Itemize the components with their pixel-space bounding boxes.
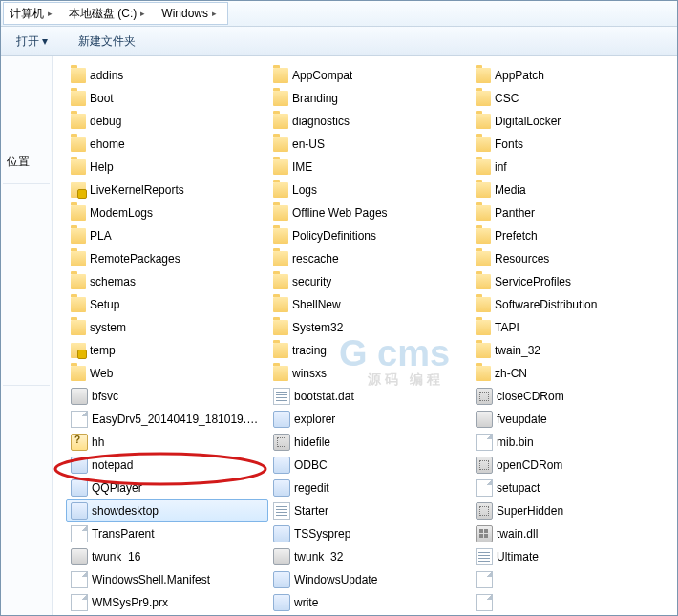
file-item[interactable]: twain.dll: [471, 522, 643, 545]
file-item[interactable]: inf: [471, 156, 643, 179]
folder-icon: [273, 343, 288, 358]
folder-icon: [273, 159, 288, 175]
file-item[interactable]: QQPlayer: [66, 477, 268, 499]
chevron-right-icon[interactable]: ▸: [208, 9, 221, 18]
nav-pane[interactable]: 位置: [1, 56, 53, 615]
file-item[interactable]: hidefile: [268, 431, 471, 454]
address-bar: 计算机▸ 本地磁盘 (C:)▸ Windows▸: [1, 1, 677, 27]
file-item[interactable]: WindowsUpdate: [268, 568, 471, 591]
breadcrumb-computer[interactable]: 计算机▸: [4, 3, 63, 24]
file-item[interactable]: twunk_32: [268, 545, 471, 568]
file-item[interactable]: showdesktop: [66, 499, 268, 522]
file-label: openCDRom: [497, 458, 562, 472]
file-item[interactable]: system: [66, 316, 268, 339]
nav-item-recent[interactable]: 位置: [1, 150, 52, 174]
file-item[interactable]: EasyDrv5_20140419_181019.ed5l...: [66, 408, 268, 431]
file-item[interactable]: ehome: [66, 133, 268, 156]
file-icon: [71, 571, 88, 588]
file-label: temp: [90, 344, 116, 357]
chevron-right-icon[interactable]: ▸: [137, 9, 149, 18]
bat-icon: [476, 457, 493, 474]
file-item[interactable]: twunk_16: [66, 545, 268, 568]
file-item[interactable]: IME: [268, 156, 471, 179]
file-label: addins: [90, 69, 123, 82]
file-item[interactable]: [471, 568, 643, 591]
file-item[interactable]: ODBC: [268, 454, 471, 477]
file-item[interactable]: addins: [66, 64, 268, 87]
file-item[interactable]: notepad: [66, 454, 268, 477]
file-item[interactable]: ServiceProfiles: [471, 270, 643, 293]
file-item[interactable]: RemotePackages: [66, 247, 268, 270]
file-item[interactable]: LiveKernelReports: [66, 179, 268, 202]
file-item[interactable]: rescache: [268, 247, 471, 270]
file-item[interactable]: SuperHidden: [471, 499, 643, 522]
file-item[interactable]: fveupdate: [471, 408, 643, 431]
breadcrumb-label: 本地磁盘 (C:): [69, 6, 137, 22]
file-item[interactable]: CSC: [471, 87, 643, 110]
file-item[interactable]: temp: [66, 339, 268, 362]
file-item[interactable]: Ultimate: [471, 545, 643, 568]
file-item[interactable]: Boot: [66, 87, 268, 110]
file-item[interactable]: twain_32: [471, 339, 643, 362]
file-item[interactable]: PLA: [66, 224, 268, 247]
file-item[interactable]: TSSysprep: [268, 522, 471, 545]
file-item[interactable]: DigitalLocker: [471, 110, 643, 133]
open-button[interactable]: 打开 ▾: [11, 32, 53, 52]
breadcrumb-folder[interactable]: Windows▸: [156, 3, 227, 24]
file-item[interactable]: zh-CN: [471, 362, 643, 385]
file-item[interactable]: write: [268, 591, 471, 614]
file-item[interactable]: TransParent: [66, 522, 268, 545]
file-item[interactable]: regedit: [268, 477, 471, 499]
breadcrumb-drive[interactable]: 本地磁盘 (C:)▸: [63, 3, 156, 24]
file-item[interactable]: WindowsShell.Manifest: [66, 568, 268, 591]
file-label: WindowsUpdate: [294, 573, 377, 586]
file-item[interactable]: WMSysPr9.prx: [66, 591, 268, 614]
file-item[interactable]: Starter: [268, 499, 471, 522]
file-item[interactable]: ShellNew: [268, 293, 471, 316]
file-item[interactable]: Resources: [471, 247, 643, 270]
file-item[interactable]: Offline Web Pages: [268, 202, 471, 224]
file-item[interactable]: diagnostics: [268, 110, 471, 133]
file-item[interactable]: hh: [66, 431, 268, 454]
file-list[interactable]: addinsBootdebugehomeHelpLiveKernelReport…: [53, 56, 677, 615]
file-item[interactable]: closeCDRom: [471, 385, 643, 408]
file-item[interactable]: explorer: [268, 408, 471, 431]
file-label: RemotePackages: [90, 252, 180, 266]
file-item[interactable]: Branding: [268, 87, 471, 110]
file-item[interactable]: winsxs: [268, 362, 471, 385]
file-item[interactable]: debug: [66, 110, 268, 133]
file-item[interactable]: SoftwareDistribution: [471, 293, 643, 316]
file-item[interactable]: System32: [268, 316, 471, 339]
file-item[interactable]: security: [268, 270, 471, 293]
file-item[interactable]: Media: [471, 179, 643, 202]
new-folder-button[interactable]: 新建文件夹: [73, 32, 141, 52]
file-icon: [71, 411, 88, 428]
file-item[interactable]: PolicyDefinitions: [268, 224, 471, 247]
file-item[interactable]: openCDRom: [471, 454, 643, 477]
chevron-right-icon[interactable]: ▸: [44, 9, 56, 18]
file-item[interactable]: bootstat.dat: [268, 385, 471, 408]
file-item[interactable]: [471, 591, 643, 614]
file-item[interactable]: Panther: [471, 202, 643, 224]
file-item[interactable]: setupact: [471, 477, 643, 499]
file-item[interactable]: Web: [66, 362, 268, 385]
file-label: security: [292, 275, 331, 288]
file-item[interactable]: AppCompat: [268, 64, 471, 87]
folder-icon: [273, 297, 288, 312]
file-item[interactable]: tracing: [268, 339, 471, 362]
exe-icon: [476, 411, 493, 428]
file-item[interactable]: ModemLogs: [66, 202, 268, 224]
file-item[interactable]: en-US: [268, 133, 471, 156]
file-item[interactable]: TAPI: [471, 316, 643, 339]
file-item[interactable]: Fonts: [471, 133, 643, 156]
file-item[interactable]: schemas: [66, 270, 268, 293]
file-item[interactable]: Setup: [66, 293, 268, 316]
file-item[interactable]: bfsvc: [66, 385, 268, 408]
file-item[interactable]: Logs: [268, 179, 471, 202]
file-label: ShellNew: [292, 298, 341, 311]
file-item[interactable]: Help: [66, 156, 268, 179]
file-item[interactable]: Prefetch: [471, 224, 643, 247]
folder-icon: [71, 251, 86, 266]
file-item[interactable]: AppPatch: [471, 64, 643, 87]
file-item[interactable]: mib.bin: [471, 431, 643, 454]
